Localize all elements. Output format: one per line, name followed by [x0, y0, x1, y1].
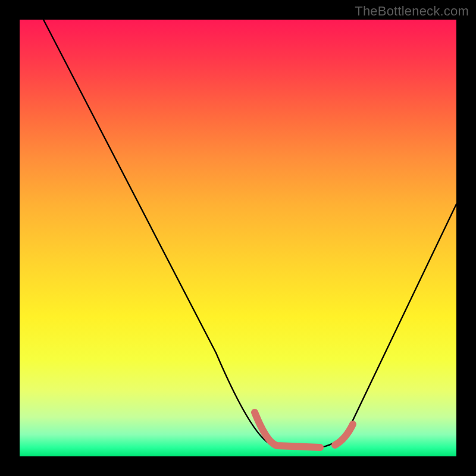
chart-curve	[43, 20, 456, 447]
watermark-text: TheBottleneck.com	[355, 4, 469, 19]
chart-plot-area	[20, 20, 456, 456]
chart-svg	[20, 20, 456, 456]
chart-frame: TheBottleneck.com	[0, 0, 476, 476]
chart-highlight-right	[335, 424, 353, 445]
chart-highlight-left	[255, 412, 320, 447]
